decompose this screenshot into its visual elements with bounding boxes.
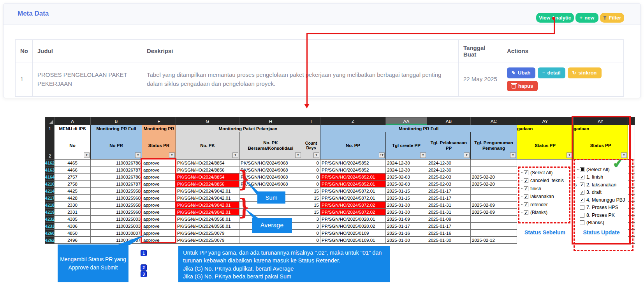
cell-tgl-pengumuman[interactable]: 2025-02-12 bbox=[471, 237, 517, 244]
cell-tgl-create-pp[interactable]: 2024-12-30 bbox=[386, 159, 427, 167]
header-status-pr[interactable]: Status PR▼ bbox=[142, 132, 176, 159]
cell-no-pr[interactable]: 1100326787 bbox=[91, 167, 142, 174]
cell-no-pk[interactable]: PK/SGN/HO/2025/0079 bbox=[176, 237, 239, 244]
filter-checkbox-item[interactable]: 4. Menunggu PBJ bbox=[580, 197, 632, 203]
col-letter-AB[interactable]: AB bbox=[427, 117, 471, 125]
checkbox-icon[interactable] bbox=[580, 190, 584, 195]
ubah-button[interactable]: ✎ Ubah bbox=[507, 67, 535, 78]
col-letter-F[interactable]: F bbox=[142, 117, 176, 125]
cell-tgl-pengumuman[interactable] bbox=[471, 223, 517, 230]
cell-tgl-pengumuman[interactable]: 2025-02-20 bbox=[471, 181, 517, 188]
cell-no-pk[interactable]: PK/SGN/HO/2024/8856 bbox=[176, 181, 239, 188]
header-tgl-pelaksanaan-pp[interactable]: Tgl. Pelaksanaan PP▼ bbox=[427, 132, 471, 159]
cell-tgl-pelaksanaan-pp[interactable]: 2025-01-17 bbox=[427, 223, 471, 230]
row-number[interactable]: 4163 bbox=[46, 167, 55, 174]
row-number[interactable]: 4214 bbox=[46, 188, 55, 195]
cell-no[interactable]: 4466 bbox=[55, 167, 91, 174]
cell-count-days[interactable]: 0 bbox=[302, 159, 320, 167]
filter-sort-applied-icon[interactable]: ↑▼ bbox=[379, 152, 385, 158]
checkbox-icon[interactable] bbox=[524, 194, 528, 199]
cell-no-pp[interactable]: PP/SGN/HO/2024/5852 bbox=[320, 167, 386, 174]
cell-no-pk[interactable]: PK/SGN/HO/2024/8854 bbox=[176, 159, 239, 167]
filter-dropdown-icon[interactable]: ▼ bbox=[313, 152, 319, 158]
filter-checkbox-item[interactable]: canceled_teknis bbox=[521, 178, 569, 184]
cell-no-pr[interactable]: 1100325958 bbox=[91, 202, 142, 209]
checkbox-icon[interactable] bbox=[580, 198, 584, 202]
cell-no-pk[interactable]: PK/SGN/HO/2024/9042.01 bbox=[176, 195, 239, 202]
cell-status-pp-1[interactable] bbox=[517, 223, 574, 230]
filter-dropdown-icon[interactable]: ▼ bbox=[135, 152, 141, 158]
cell-tgl-create-pp[interactable]: 2025-01-30 bbox=[386, 202, 427, 209]
cell-no-pp[interactable]: PP/SGN/HO/2025/0109 bbox=[320, 230, 386, 237]
cell-count-days[interactable]: 0 bbox=[302, 181, 320, 188]
cell-no-pp[interactable]: PP/SGN/HO/2025/0109.01 bbox=[320, 237, 386, 244]
filter-checkbox-item[interactable]: (Blanks) bbox=[521, 210, 569, 216]
cell-no-pr[interactable]: 1100325960 bbox=[91, 195, 142, 202]
col-letter-B[interactable]: B bbox=[91, 117, 142, 125]
header-status-pp-1[interactable]: Status PP▼ bbox=[517, 132, 574, 159]
filter-checkbox-item[interactable]: (Select All) bbox=[577, 167, 632, 172]
row-number[interactable]: 4232 bbox=[46, 216, 55, 223]
cell-no-pp[interactable]: PP/SGN/HO/2025/0028.01 bbox=[320, 216, 386, 223]
cell-tgl-pelaksanaan-pp[interactable]: 2025-01-31 bbox=[427, 202, 471, 209]
cell-count-days[interactable]: 0 bbox=[302, 230, 320, 237]
cell-no-pp[interactable]: PP/SGN/HO/2024/5852.01 bbox=[320, 174, 386, 181]
band-pengadaan-1[interactable]: gadaan bbox=[517, 125, 574, 132]
sinkron-button[interactable]: ↻ sinkron bbox=[568, 67, 602, 78]
filter-checkbox-item[interactable]: laksanakan bbox=[521, 194, 569, 200]
band-menu-di-ips[interactable]: MENU di IPS bbox=[55, 125, 91, 132]
cell-count-days[interactable]: 3 bbox=[302, 223, 320, 230]
cell-no-pr[interactable]: 1100326786 bbox=[91, 159, 142, 167]
cell-tgl-create-pp[interactable]: 2025-01-30 bbox=[386, 237, 427, 244]
band-monitoring-pr-full[interactable]: Monitoring PR Full bbox=[91, 125, 142, 132]
filter-checkbox-item[interactable]: retender bbox=[521, 202, 569, 207]
cell-no[interactable]: 2757 bbox=[55, 174, 91, 181]
filter-checkbox-item[interactable]: (Blanks) bbox=[580, 220, 632, 226]
cell-no-pr[interactable]: 1100326786 bbox=[91, 174, 142, 181]
col-letter-AC[interactable]: AC bbox=[471, 117, 517, 125]
checkbox-icon[interactable] bbox=[580, 205, 584, 210]
cell-tgl-pelaksanaan-pp[interactable]: 2024-12-30 bbox=[427, 159, 471, 167]
cell-tgl-pengumuman[interactable] bbox=[471, 188, 517, 195]
filter-checkbox-item[interactable]: 1. finish bbox=[577, 175, 632, 180]
row-number-1[interactable]: 1 bbox=[46, 125, 55, 132]
cell-tgl-pelaksanaan-pp[interactable]: 2025-01-30 bbox=[427, 237, 471, 244]
header-tgl-pengumuman-pemenang[interactable]: Tgl. Pengumuman Pemenang▼ bbox=[471, 132, 517, 159]
row-number[interactable]: 4162 bbox=[46, 159, 55, 167]
cell-tgl-create-pp[interactable]: 2025-01-30 bbox=[386, 209, 427, 216]
cell-no-pp[interactable]: PP/SGN/HO/2024/5872.01 bbox=[320, 188, 386, 195]
band-monitoring-pr[interactable]: Monitoring PR bbox=[142, 125, 176, 132]
cell-no[interactable]: 4425 bbox=[55, 188, 91, 195]
row-number[interactable]: 4260 bbox=[46, 230, 55, 237]
cell-count-days[interactable]: 15 bbox=[302, 202, 320, 209]
cell-tgl-pelaksanaan-pp[interactable]: 2025-01-09 bbox=[427, 216, 471, 223]
filter-dropdown-icon[interactable]: ▼ bbox=[169, 152, 175, 158]
cell-no-pk[interactable]: PK/SGN/HO/2024/9042.01 bbox=[176, 209, 239, 216]
filter-button[interactable]: Filter bbox=[600, 13, 624, 23]
cell-no-pp[interactable]: PP/SGN/HO/2024/5852 bbox=[320, 159, 386, 167]
cell-count-days[interactable]: 15 bbox=[302, 195, 320, 202]
detail-button[interactable]: ≡ detail bbox=[538, 67, 565, 78]
checkbox-icon[interactable] bbox=[524, 186, 528, 191]
checkbox-icon[interactable] bbox=[580, 175, 584, 179]
cell-no-pk[interactable]: PK/SGN/HO/2024/8856 bbox=[176, 167, 239, 174]
filter-checkbox-item[interactable]: 3. draft bbox=[580, 190, 632, 195]
col-letter-AY1[interactable]: AY bbox=[517, 117, 574, 125]
cell-count-days[interactable]: 0 bbox=[302, 174, 320, 181]
cell-tgl-pelaksanaan-pp[interactable]: 2025-01-17 bbox=[427, 195, 471, 202]
col-letter-AA-selected[interactable]: AA bbox=[386, 117, 427, 125]
cell-no-pp[interactable]: PP/SGN/HO/2024/5872.02 bbox=[320, 209, 386, 216]
filter-dropdown-icon[interactable]: ▼ bbox=[295, 152, 301, 158]
cell-tgl-create-pp[interactable]: 2025-01-09 bbox=[386, 216, 427, 223]
cell-count-days[interactable]: 15 bbox=[302, 209, 320, 216]
cell-tgl-create-pp[interactable]: 2024-12-30 bbox=[386, 167, 427, 174]
cell-tgl-pengumuman[interactable] bbox=[471, 216, 517, 223]
cell-count-days[interactable]: 3 bbox=[302, 216, 320, 223]
row-number[interactable]: 4217 bbox=[46, 195, 55, 202]
filter-checkbox-item[interactable]: finish bbox=[521, 186, 569, 191]
cell-no-pr[interactable]: 1100326787 bbox=[91, 181, 142, 188]
filter-checkbox-item[interactable]: (Select All) bbox=[521, 170, 569, 175]
checkbox-icon[interactable] bbox=[580, 182, 584, 187]
cell-tgl-pengumuman[interactable]: 2025-02-09 bbox=[471, 202, 517, 209]
filter-dropdown-icon[interactable]: ▼ bbox=[464, 152, 470, 158]
